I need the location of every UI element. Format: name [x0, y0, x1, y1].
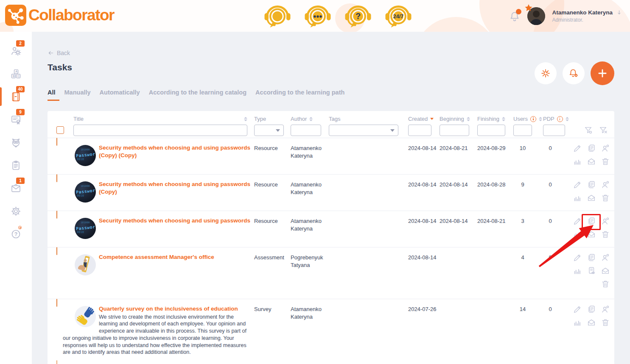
row-checkbox[interactable]: [56, 247, 57, 255]
sort-icon[interactable]: [502, 117, 505, 121]
assign-users-icon[interactable]: [601, 144, 610, 153]
statistics-icon[interactable]: [573, 157, 582, 166]
copy-icon[interactable]: [587, 253, 596, 262]
delete-icon[interactable]: [601, 318, 610, 327]
password-thumbnail[interactable]: 101000 Passwor 0010: [75, 181, 96, 203]
notification-settings-button[interactable]: [563, 62, 585, 84]
message-icon[interactable]: [587, 230, 596, 239]
password-thumbnail[interactable]: 101000 Passwor 0010: [75, 218, 96, 239]
col-type[interactable]: Type: [254, 116, 266, 122]
user-menu[interactable]: Atamanenko Kateryna: [552, 9, 622, 16]
finishing-filter-input[interactable]: [477, 125, 505, 136]
statistics-icon[interactable]: [573, 318, 582, 327]
sidebar-item-messages[interactable]: 1: [0, 177, 32, 200]
edit-icon[interactable]: [573, 305, 582, 314]
sort-icon[interactable]: [309, 117, 313, 121]
sidebar-item-reports[interactable]: [0, 154, 32, 177]
message-icon[interactable]: [587, 193, 596, 203]
col-author[interactable]: Author: [291, 116, 307, 122]
tab-automatically[interactable]: Automatically: [100, 89, 140, 101]
task-beginning: [437, 299, 475, 306]
statistics-icon[interactable]: [573, 193, 582, 203]
pdp-filter-input[interactable]: [543, 125, 565, 136]
notifications-bell-icon[interactable]: [509, 10, 521, 22]
title-filter-input[interactable]: [73, 125, 247, 136]
message-icon[interactable]: [587, 318, 596, 327]
sidebar-item-users[interactable]: 2: [0, 39, 32, 62]
support-question-icon[interactable]: ?: [344, 3, 372, 30]
row-checkbox[interactable]: [56, 174, 57, 182]
sidebar-item-wisdom[interactable]: [0, 131, 32, 154]
sort-desc-icon[interactable]: [430, 118, 434, 120]
back-link[interactable]: Back: [48, 50, 70, 56]
apply-filter-icon[interactable]: [584, 125, 593, 135]
copy-icon[interactable]: [587, 305, 596, 314]
sort-icon[interactable]: [566, 117, 569, 121]
survey-thumbnail[interactable]: [75, 306, 96, 327]
assign-users-icon[interactable]: [601, 180, 610, 189]
tab-manually[interactable]: Manually: [64, 89, 91, 101]
statistics-icon[interactable]: [573, 266, 582, 275]
app-logo[interactable]: Collaborator: [5, 5, 114, 26]
sidebar-item-tasks[interactable]: 40: [0, 85, 32, 108]
password-thumbnail[interactable]: 101000 Passwor 0010: [75, 145, 96, 166]
type-filter-select[interactable]: [254, 125, 284, 136]
assessment-thumbnail[interactable]: [75, 254, 96, 275]
col-title[interactable]: Title: [73, 116, 84, 122]
copy-icon[interactable]: [587, 180, 596, 189]
users-filter-input[interactable]: [513, 125, 532, 136]
info-icon[interactable]: [530, 116, 536, 122]
delete-icon[interactable]: [601, 279, 610, 289]
edit-icon[interactable]: [573, 144, 582, 153]
created-filter-input[interactable]: [408, 125, 431, 136]
sort-icon[interactable]: [244, 117, 247, 121]
report-view-icon[interactable]: [587, 266, 596, 275]
delete-icon[interactable]: [601, 157, 610, 166]
assign-users-icon[interactable]: [601, 217, 610, 226]
col-users[interactable]: Users: [513, 116, 528, 122]
table-settings-button[interactable]: [535, 62, 557, 84]
clear-filter-icon[interactable]: [599, 125, 608, 135]
sort-icon[interactable]: [467, 117, 470, 121]
sidebar-item-certificates[interactable]: 9: [0, 108, 32, 131]
statistics-icon[interactable]: [573, 230, 582, 239]
tab-all[interactable]: All: [48, 89, 56, 101]
sidebar-item-learning[interactable]: [0, 62, 32, 85]
tab-learning-path[interactable]: According to the learning path: [255, 89, 344, 101]
tab-learning-catalog[interactable]: According to the learning catalog: [149, 89, 246, 101]
assign-users-icon[interactable]: [601, 253, 610, 262]
col-tags[interactable]: Tags: [329, 116, 340, 122]
app-logo-text: Collaborator: [28, 6, 114, 24]
support-247-icon[interactable]: 24/7: [385, 3, 412, 30]
task-created: 2024-08-14: [406, 247, 437, 261]
sidebar-item-help[interactable]: ?: [0, 222, 32, 245]
delete-icon[interactable]: [601, 230, 610, 239]
col-beginning[interactable]: Beginning: [440, 116, 464, 122]
row-checkbox[interactable]: [56, 299, 57, 307]
row-checkbox[interactable]: [56, 360, 57, 364]
info-icon[interactable]: [557, 116, 563, 122]
message-icon[interactable]: [587, 157, 596, 166]
row-checkbox[interactable]: [56, 138, 57, 146]
row-actions: [566, 247, 615, 294]
delete-icon[interactable]: [601, 193, 610, 203]
row-checkbox[interactable]: [56, 211, 57, 219]
support-chat-icon[interactable]: [264, 3, 291, 30]
sidebar-item-settings[interactable]: [0, 200, 32, 222]
message-icon[interactable]: [601, 266, 610, 275]
author-filter-input[interactable]: [291, 125, 321, 136]
annotation-highlight-box: [582, 214, 601, 230]
edit-icon[interactable]: [573, 253, 582, 262]
copy-icon[interactable]: [587, 144, 596, 153]
edit-icon[interactable]: [573, 217, 582, 226]
assign-users-icon[interactable]: [601, 305, 610, 314]
edit-icon[interactable]: [573, 180, 582, 189]
col-finishing[interactable]: Finishing: [477, 116, 499, 122]
add-task-button[interactable]: [591, 61, 614, 85]
tags-filter-select[interactable]: [329, 125, 398, 136]
avatar[interactable]: [527, 7, 545, 25]
beginning-filter-input[interactable]: [440, 125, 469, 136]
col-created[interactable]: Created: [408, 116, 428, 122]
support-chat-dots-icon[interactable]: [304, 3, 331, 30]
col-pdp[interactable]: PDP: [543, 116, 554, 122]
